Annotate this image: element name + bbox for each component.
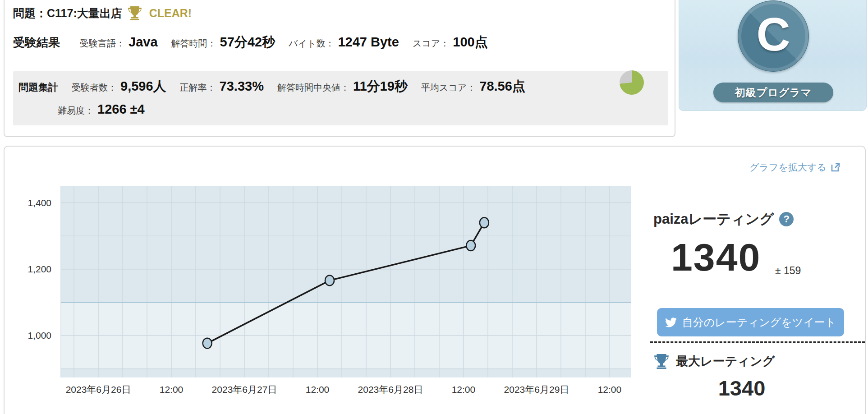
problem-name: C117:大量出店 <box>47 7 122 19</box>
median-time-value: 11分19秒 <box>353 78 408 96</box>
max-rating-value: 1340 <box>672 376 812 400</box>
score-label: スコア： <box>413 37 449 50</box>
average-score-label: 平均スコア： <box>421 82 476 94</box>
expand-graph-label: グラフを拡大する <box>749 161 827 174</box>
svg-text:1,000: 1,000 <box>28 330 51 340</box>
exam-language-label: 受験言語： <box>80 37 125 50</box>
examinee-count: 受験者数： 9,596人 <box>72 78 166 96</box>
problem-label: 問題： <box>13 7 47 19</box>
svg-text:12:00: 12:00 <box>160 384 184 395</box>
problem-stats-row: 問題集計 受験者数： 9,596人 正解率： 73.33% 解答時間中央値： 1… <box>18 78 539 96</box>
rating-heading: paizaレーティング <box>653 210 774 229</box>
answer-time-label: 解答時間： <box>171 37 216 50</box>
svg-text:2023年6月26日: 2023年6月26日 <box>66 384 131 395</box>
correct-rate-pie-chart <box>620 70 644 95</box>
problem-title-row: 問題：C117:大量出店 CLEAR! <box>13 5 192 21</box>
tweet-button-label: 自分のレーティングをツイート <box>682 315 836 330</box>
median-time-label: 解答時間中央値： <box>277 82 349 94</box>
exam-language: 受験言語： Java <box>80 35 158 50</box>
score-value: 100点 <box>453 33 487 51</box>
median-time: 解答時間中央値： 11分19秒 <box>277 78 408 96</box>
examinee-count-label: 受験者数： <box>72 82 117 94</box>
answer-time: 解答時間： 57分42秒 <box>171 33 276 51</box>
exam-language-value: Java <box>129 35 158 50</box>
exam-result-row: 受験結果 受験言語： Java 解答時間： 57分42秒 バイト数： 1247 … <box>13 33 501 51</box>
byte-count-label: バイト数： <box>289 37 334 50</box>
difficulty: 難易度： 1266 ±4 <box>58 102 145 117</box>
result-card: 問題：C117:大量出店 CLEAR! 受験結果 受験言語： Java 解答時間… <box>4 0 675 137</box>
byte-count-value: 1247 Byte <box>338 35 399 50</box>
average-score-value: 78.56点 <box>479 78 525 96</box>
external-link-icon <box>830 162 841 173</box>
rank-title: 初級プログラマ <box>735 86 812 100</box>
average-score: 平均スコア： 78.56点 <box>421 78 525 96</box>
expand-graph-link[interactable]: グラフを拡大する <box>749 161 841 174</box>
rank-badge-card: C 初級プログラマ <box>679 0 867 111</box>
examinee-count-value: 9,596人 <box>120 78 166 96</box>
max-rating-trophy-icon <box>653 353 670 369</box>
difficulty-value: 1266 ±4 <box>97 102 145 117</box>
problem-stats-section-label: 問題集計 <box>18 81 58 94</box>
rank-title-pill: 初級プログラマ <box>713 83 833 102</box>
byte-count: バイト数： 1247 Byte <box>289 35 399 50</box>
max-rating-row: 最大レーティング <box>653 353 775 369</box>
exam-result-section-label: 受験結果 <box>13 35 60 51</box>
dashed-divider <box>650 341 865 343</box>
rating-card: グラフを拡大する 1,0001,2001,4002023年6月26日12:002… <box>4 146 866 414</box>
problem-title: 問題：C117:大量出店 <box>13 6 122 21</box>
svg-text:1,400: 1,400 <box>28 198 51 208</box>
svg-text:12:00: 12:00 <box>598 384 622 395</box>
max-rating-label: 最大レーティング <box>676 353 775 369</box>
help-icon[interactable]: ? <box>779 212 794 226</box>
answer-time-value: 57分42秒 <box>220 33 276 51</box>
svg-text:2023年6月28日: 2023年6月28日 <box>358 384 423 395</box>
difficulty-row: 難易度： 1266 ±4 <box>58 102 158 117</box>
correct-rate-value: 73.33% <box>220 79 264 94</box>
score: スコア： 100点 <box>413 33 488 51</box>
rank-letter: C <box>756 11 790 58</box>
rating-history-chart[interactable]: 1,0001,2001,4002023年6月26日12:002023年6月27日… <box>5 147 649 414</box>
twitter-icon <box>665 317 677 327</box>
svg-text:2023年6月29日: 2023年6月29日 <box>504 384 569 395</box>
trophy-icon <box>128 5 142 21</box>
correct-rate-label: 正解率： <box>180 82 216 94</box>
tweet-rating-button[interactable]: 自分のレーティングをツイート <box>657 308 844 336</box>
difficulty-label: 難易度： <box>58 105 94 117</box>
svg-text:1,200: 1,200 <box>28 264 51 274</box>
clear-badge: CLEAR! <box>149 7 192 20</box>
svg-text:12:00: 12:00 <box>452 384 476 395</box>
rating-value: 1340 <box>671 235 761 280</box>
svg-text:2023年6月27日: 2023年6月27日 <box>212 384 277 395</box>
rating-heading-row: paizaレーティング ? <box>653 210 794 229</box>
rank-coin-icon: C <box>738 0 809 72</box>
rating-deviation: ± 159 <box>775 265 801 277</box>
correct-rate: 正解率： 73.33% <box>180 79 264 94</box>
problem-stats-box: 問題集計 受験者数： 9,596人 正解率： 73.33% 解答時間中央値： 1… <box>13 71 668 125</box>
svg-text:12:00: 12:00 <box>306 384 330 395</box>
